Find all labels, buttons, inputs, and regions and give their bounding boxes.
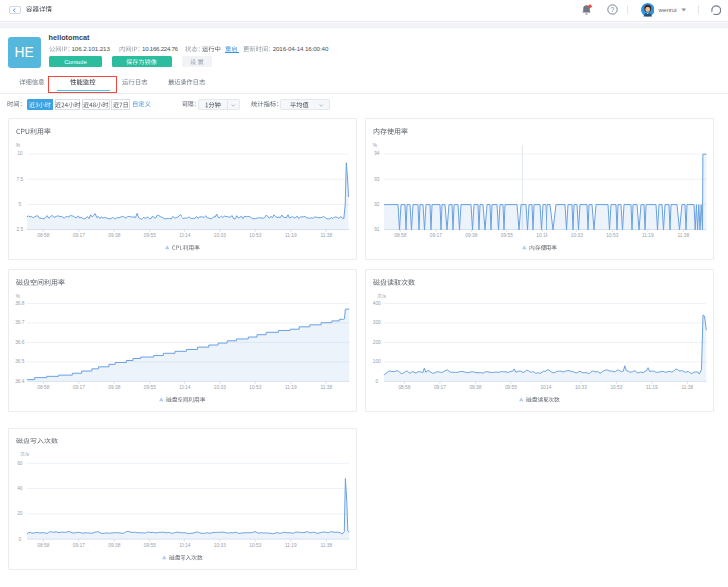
svg-text:?: ? <box>610 6 614 13</box>
